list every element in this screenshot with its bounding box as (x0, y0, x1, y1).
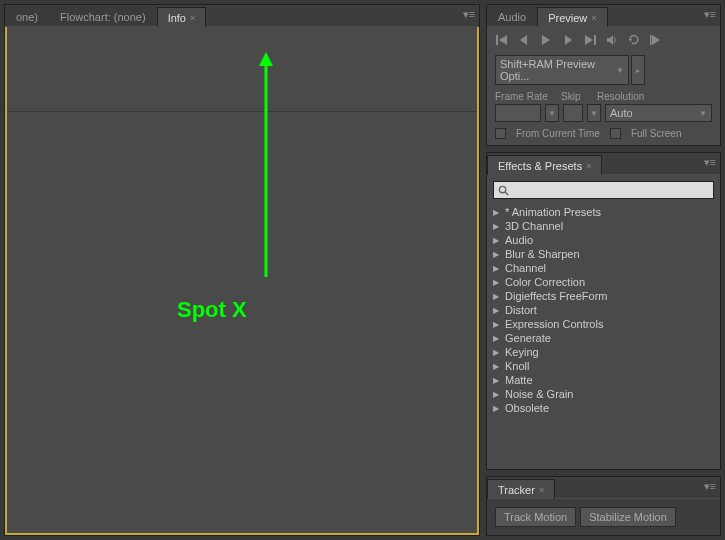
tree-item-label: Obsolete (505, 402, 549, 414)
svg-point-13 (499, 186, 505, 192)
skip-field[interactable] (563, 104, 583, 122)
from-current-time-label: From Current Time (516, 128, 600, 139)
tree-item-label: Digieffects FreeForm (505, 290, 608, 302)
svg-rect-8 (594, 35, 596, 45)
effects-tree: ▶* Animation Presets▶3D Channel▶Audio▶Bl… (491, 205, 716, 419)
tab-preview[interactable]: Preview × (537, 7, 607, 27)
tab-flowchart[interactable]: Flowchart: (none) (49, 6, 157, 26)
tree-item-label: Audio (505, 234, 533, 246)
tree-item[interactable]: ▶* Animation Presets (493, 205, 714, 219)
close-icon[interactable]: × (539, 485, 544, 495)
tree-item-label: * Animation Presets (505, 206, 601, 218)
panel-menu-icon[interactable]: ▾≡ (463, 8, 475, 21)
stabilize-motion-button[interactable]: Stabilize Motion (580, 507, 676, 527)
chevron-right-icon: ▶ (493, 222, 501, 231)
tree-item-label: Keying (505, 346, 539, 358)
tree-item[interactable]: ▶Digieffects FreeForm (493, 289, 714, 303)
tree-item[interactable]: ▶Keying (493, 345, 714, 359)
chevron-right-icon: ▶ (493, 264, 501, 273)
tree-item[interactable]: ▶Expression Controls (493, 317, 714, 331)
chevron-right-icon: ▶ (493, 278, 501, 287)
chevron-right-icon: ▶ (493, 320, 501, 329)
svg-rect-2 (496, 35, 498, 45)
close-icon[interactable]: × (190, 13, 195, 23)
play-icon[interactable] (539, 33, 553, 47)
frame-rate-label: Frame Rate (495, 91, 555, 102)
tree-item[interactable]: ▶Distort (493, 303, 714, 317)
main-tab-bar: one) Flowchart: (none) Info × ▾≡ (5, 5, 479, 27)
svg-line-14 (505, 192, 508, 195)
mute-icon[interactable] (605, 33, 619, 47)
tree-item[interactable]: ▶Channel (493, 261, 714, 275)
preview-options-dropdown[interactable]: Shift+RAM Preview Opti...▼ (495, 55, 629, 85)
tab-tracker[interactable]: Tracker × (487, 479, 555, 499)
full-screen-checkbox[interactable] (610, 128, 621, 139)
next-frame-icon[interactable] (561, 33, 575, 47)
prev-frame-icon[interactable] (517, 33, 531, 47)
chevron-right-icon: ▶ (493, 208, 501, 217)
chevron-right-icon: ▶ (493, 376, 501, 385)
main-panel: one) Flowchart: (none) Info × ▾≡ Spot X (4, 4, 480, 536)
tree-item[interactable]: ▶Generate (493, 331, 714, 345)
tree-item-label: 3D Channel (505, 220, 563, 232)
transport-controls (495, 33, 712, 47)
tree-item-label: Expression Controls (505, 318, 603, 330)
tree-item[interactable]: ▶Matte (493, 373, 714, 387)
svg-marker-9 (607, 35, 613, 45)
ram-preview-icon[interactable] (649, 33, 663, 47)
chevron-right-icon: ▶ (493, 390, 501, 399)
chevron-right-icon: ▶ (493, 362, 501, 371)
tree-item[interactable]: ▶Audio (493, 233, 714, 247)
chevron-right-icon: ▶ (493, 250, 501, 259)
close-icon[interactable]: × (591, 13, 596, 23)
track-motion-button[interactable]: Track Motion (495, 507, 576, 527)
tree-item[interactable]: ▶Knoll (493, 359, 714, 373)
tree-item[interactable]: ▶Noise & Grain (493, 387, 714, 401)
annotation-label: Spot X (177, 297, 247, 323)
effects-panel: Effects & Presets × ▾≡ ▶* Animation Pres… (486, 152, 721, 470)
loop-icon[interactable] (627, 33, 641, 47)
close-icon[interactable]: × (586, 161, 591, 171)
first-frame-icon[interactable] (495, 33, 509, 47)
svg-marker-7 (585, 35, 593, 45)
chevron-right-icon: ▶ (493, 348, 501, 357)
resolution-label: Resolution (597, 91, 644, 102)
tracker-panel: Tracker × ▾≡ Track Motion Stabilize Moti… (486, 476, 721, 536)
tab-info[interactable]: Info × (157, 7, 207, 27)
tree-item-label: Blur & Sharpen (505, 248, 580, 260)
panel-menu-icon[interactable]: ▾≡ (704, 480, 716, 493)
svg-marker-4 (520, 35, 527, 45)
tab-audio[interactable]: Audio (487, 6, 537, 26)
tree-item-label: Matte (505, 374, 533, 386)
tree-item-label: Color Correction (505, 276, 585, 288)
resolution-dropdown[interactable]: Auto▼ (605, 104, 712, 122)
panel-menu-icon[interactable]: ▾≡ (704, 156, 716, 169)
tree-item-label: Generate (505, 332, 551, 344)
tree-item[interactable]: ▶3D Channel (493, 219, 714, 233)
svg-marker-3 (499, 35, 507, 45)
svg-rect-12 (650, 35, 652, 45)
effects-search[interactable] (493, 181, 714, 199)
panel-menu-icon[interactable]: ▾≡ (704, 8, 716, 21)
preview-options-flyout[interactable]: ▸ (631, 55, 645, 85)
tab-one[interactable]: one) (5, 6, 49, 26)
tree-item[interactable]: ▶Blur & Sharpen (493, 247, 714, 261)
chevron-right-icon: ▶ (493, 292, 501, 301)
tree-item[interactable]: ▶Obsolete (493, 401, 714, 415)
svg-marker-11 (652, 35, 660, 45)
effects-search-input[interactable] (513, 184, 709, 196)
skip-stepper[interactable]: ▼ (587, 104, 601, 122)
last-frame-icon[interactable] (583, 33, 597, 47)
tree-item-label: Noise & Grain (505, 388, 573, 400)
preview-panel: Audio Preview × ▾≡ (486, 4, 721, 146)
svg-marker-5 (542, 35, 550, 45)
tree-item[interactable]: ▶Color Correction (493, 275, 714, 289)
frame-rate-stepper[interactable]: ▼ (545, 104, 559, 122)
from-current-time-checkbox[interactable] (495, 128, 506, 139)
full-screen-label: Full Screen (631, 128, 682, 139)
skip-label: Skip (561, 91, 591, 102)
frame-rate-field[interactable] (495, 104, 541, 122)
svg-marker-6 (565, 35, 572, 45)
tab-effects-presets[interactable]: Effects & Presets × (487, 155, 602, 175)
right-column: Audio Preview × ▾≡ (486, 4, 721, 536)
